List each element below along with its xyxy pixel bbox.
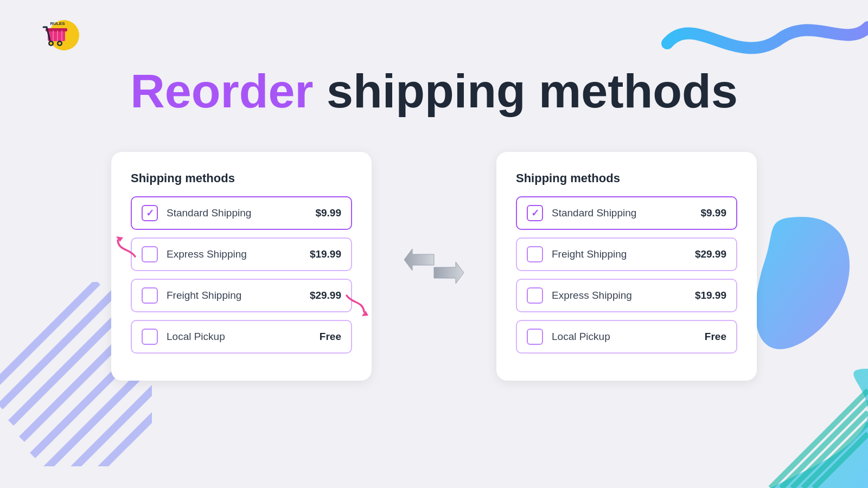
checkbox-local-left[interactable] (142, 329, 158, 345)
right-card-title: Shipping methods (516, 171, 737, 185)
swap-arrows (404, 245, 464, 288)
shipping-price-standard-left: $9.99 (315, 207, 341, 219)
shipping-name-freight-left: Freight Shipping (167, 290, 310, 301)
checkbox-standard-right[interactable]: ✓ (527, 205, 543, 221)
logo-icon: RULES (38, 16, 81, 54)
title-dark: shipping methods (327, 64, 738, 118)
left-row-freight[interactable]: Freight Shipping $29.99 (131, 279, 352, 312)
shipping-price-local-left: Free (320, 331, 341, 343)
cards-container: Shipping methods ✓ Standard Shipping $9.… (0, 152, 868, 381)
shipping-price-express-left: $19.99 (310, 248, 341, 260)
title-purple: Reorder (130, 64, 313, 118)
left-row-express[interactable]: Express Shipping $19.99 (131, 237, 352, 271)
svg-marker-25 (362, 311, 368, 316)
svg-point-18 (50, 42, 53, 45)
shipping-price-freight-right: $29.99 (695, 248, 726, 260)
swap-arrow-icon (404, 245, 464, 288)
shipping-price-local-right: Free (705, 331, 726, 343)
checkbox-freight-right[interactable] (527, 246, 543, 262)
shipping-price-express-right: $19.99 (695, 290, 726, 301)
checkbox-standard-left[interactable]: ✓ (142, 205, 158, 221)
svg-rect-16 (46, 28, 67, 31)
freight-row-wrapper: Freight Shipping $29.99 (131, 279, 352, 312)
shipping-price-standard-right: $9.99 (700, 207, 726, 219)
checkbox-express-right[interactable] (527, 287, 543, 304)
express-row-wrapper: Express Shipping $19.99 (131, 237, 352, 271)
shipping-name-express-right: Express Shipping (552, 290, 695, 301)
shipping-name-local-left: Local Pickup (167, 331, 320, 343)
pink-arrow-up-icon (113, 232, 141, 259)
right-row-standard[interactable]: ✓ Standard Shipping $9.99 (516, 196, 737, 230)
svg-point-20 (59, 42, 61, 45)
check-icon-right: ✓ (531, 207, 539, 219)
right-row-express[interactable]: Express Shipping $19.99 (516, 279, 737, 312)
right-shipping-card: Shipping methods ✓ Standard Shipping $9.… (496, 152, 757, 381)
shipping-name-local-right: Local Pickup (552, 331, 705, 343)
shipping-price-freight-left: $29.99 (310, 290, 341, 301)
right-row-freight[interactable]: Freight Shipping $29.99 (516, 237, 737, 271)
shipping-name-express-left: Express Shipping (167, 248, 310, 260)
shipping-name-standard-right: Standard Shipping (552, 207, 700, 219)
logo: RULES (38, 16, 81, 54)
check-icon: ✓ (146, 207, 154, 219)
main-title: Reorder shipping methods (0, 65, 868, 118)
shipping-name-standard-left: Standard Shipping (167, 207, 315, 219)
shipping-name-freight-right: Freight Shipping (552, 248, 695, 260)
bottom-right-decoration (662, 369, 868, 488)
left-shipping-card: Shipping methods ✓ Standard Shipping $9.… (111, 152, 372, 381)
left-card-title: Shipping methods (131, 171, 352, 185)
left-row-local[interactable]: Local Pickup Free (131, 320, 352, 354)
left-row-standard[interactable]: ✓ Standard Shipping $9.99 (131, 196, 352, 230)
checkbox-local-right[interactable] (527, 329, 543, 345)
checkbox-express-left[interactable] (142, 246, 158, 262)
right-row-local[interactable]: Local Pickup Free (516, 320, 737, 354)
pink-arrow-down-icon (341, 293, 368, 320)
svg-text:RULES: RULES (50, 21, 65, 26)
checkbox-freight-left[interactable] (142, 287, 158, 304)
